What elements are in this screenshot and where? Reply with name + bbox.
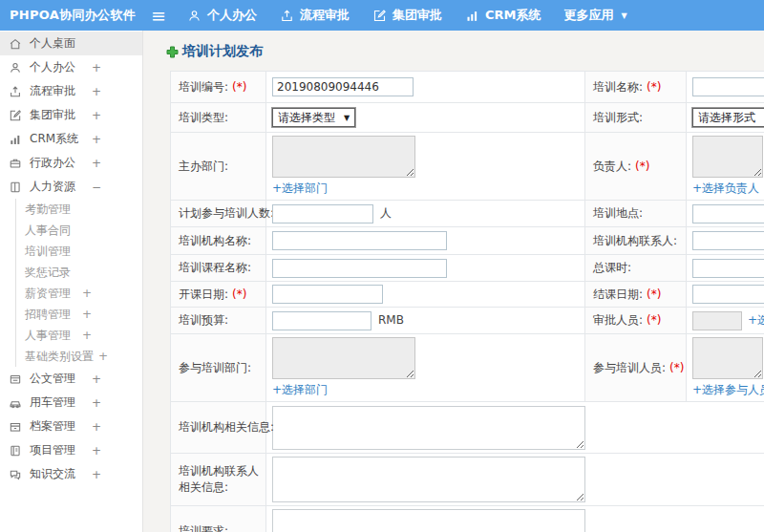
sidebar-item-label: 个人桌面 (30, 35, 75, 52)
user-icon (187, 9, 202, 23)
field-label: 负责人:(*) (585, 133, 687, 201)
required-mark: (*) (232, 80, 246, 94)
edit-icon (9, 109, 22, 122)
sidebar-sub-attendance[interactable]: 考勤管理 (16, 199, 142, 220)
topmenu-more-apps[interactable]: 更多应用 ▼ (563, 7, 626, 24)
required-mark: (*) (647, 80, 661, 94)
sidebar-item-knowledge[interactable]: 知识交流 + (0, 462, 142, 486)
planned-participants-input[interactable] (272, 204, 373, 223)
training-plan-form: 培训编号:(*) 培训名称:(*) 培训类型: 请选择类型▼ 培训形式: 请选择… (170, 71, 764, 532)
collapse-icon[interactable]: − (92, 181, 101, 194)
course-name-input[interactable] (272, 259, 447, 278)
sidebar-item-crm[interactable]: CRM系统 + (0, 127, 142, 151)
sidebar-item-label: CRM系统 (30, 131, 78, 147)
sidebar-sub-label: 考勤管理 (25, 202, 71, 218)
select-dept-link[interactable]: +选择部门 (272, 382, 328, 398)
org-contact-input[interactable] (692, 231, 764, 250)
select-dept-link[interactable]: +选择部门 (272, 181, 328, 197)
expand-icon[interactable]: + (82, 287, 92, 300)
sidebar-item-archives[interactable]: 档案管理 + (0, 415, 142, 438)
training-requirements-textarea[interactable] (272, 509, 585, 532)
topmenu-label: 个人办公 (207, 7, 257, 24)
topmenu-workflow-approval[interactable]: 流程审批 (280, 7, 350, 24)
end-date-input[interactable] (692, 285, 764, 304)
topmenu-crm[interactable]: CRM系统 (465, 7, 541, 24)
sidebar-sub-label: 培训管理 (25, 244, 71, 260)
add-icon (166, 46, 179, 58)
sidebar-sub-recruitment[interactable]: 招聘管理 + (16, 304, 142, 325)
field-label: 培训编号:(*) (171, 72, 266, 103)
sidebar-sub-personnel[interactable]: 人事管理 + (16, 325, 142, 346)
training-form-select[interactable]: 请选择形式▼ (692, 108, 764, 127)
sidebar-sub-rewards[interactable]: 奖惩记录 (16, 262, 142, 283)
select-participants-link[interactable]: +选择参与人员 (692, 382, 764, 398)
user-icon (9, 61, 22, 74)
sidebar-hr-subgroup: 考勤管理 人事合同 培训管理 奖惩记录 薪资管理 + 招聘管理 + 人事管理 + (15, 199, 142, 367)
field-label: 计划参与培训人数:(*) (171, 201, 266, 227)
participants-textarea[interactable] (692, 337, 763, 379)
expand-icon[interactable]: + (98, 350, 108, 363)
training-location-input[interactable] (692, 204, 764, 223)
total-hours-input[interactable] (692, 259, 764, 278)
budget-input[interactable] (272, 311, 371, 330)
topmenu-label: 流程审批 (300, 7, 350, 24)
sidebar-item-workflow-approval[interactable]: 流程审批 + (0, 79, 142, 103)
sidebar-item-vehicles[interactable]: 用车管理 + (0, 391, 142, 415)
expand-icon[interactable]: + (92, 61, 101, 74)
sidebar-item-label: 档案管理 (30, 418, 75, 435)
expand-icon[interactable]: + (82, 308, 92, 321)
leader-textarea[interactable] (692, 136, 763, 178)
expand-icon[interactable]: + (92, 85, 101, 98)
sidebar-item-desktop[interactable]: 个人桌面 (0, 32, 142, 55)
sidebar-item-documents[interactable]: 公文管理 + (0, 367, 142, 391)
sidebar-sub-label: 人事管理 (25, 328, 71, 344)
sidebar-sub-label: 薪资管理 (25, 286, 71, 302)
sidebar-item-personal-office[interactable]: 个人办公 + (0, 55, 142, 79)
upload-icon (9, 85, 22, 98)
topmenu-group-approval[interactable]: 集团审批 (372, 7, 442, 24)
sidebar-sub-label: 人事合同 (25, 223, 71, 239)
sidebar-item-label: 公文管理 (30, 371, 75, 387)
sidebar-item-label: 个人办公 (30, 59, 75, 75)
field-label: 参与培训人员:(*) (585, 334, 687, 402)
sidebar-sub-training[interactable]: 培训管理 (16, 241, 142, 262)
expand-icon[interactable]: + (92, 420, 101, 434)
org-name-input[interactable] (272, 231, 447, 250)
sidebar-sub-salary[interactable]: 薪资管理 + (16, 283, 142, 304)
org-contact-info-textarea[interactable] (272, 457, 585, 502)
host-dept-textarea[interactable] (272, 136, 415, 178)
expand-icon[interactable]: + (92, 468, 101, 481)
expand-icon[interactable]: + (92, 133, 101, 146)
start-date-input[interactable] (272, 285, 383, 304)
expand-icon[interactable]: + (92, 109, 101, 122)
org-info-textarea[interactable] (272, 406, 585, 450)
field-label: 培训类型: (171, 103, 266, 133)
sidebar-item-group-approval[interactable]: 集团审批 + (0, 103, 142, 127)
sidebar-item-admin-office[interactable]: 行政办公 + (0, 151, 142, 175)
field-label: 审批人员:(*) (585, 308, 687, 334)
expand-icon[interactable]: + (82, 329, 92, 342)
car-icon (9, 396, 22, 410)
sidebar-sub-base-category[interactable]: 基础类别设置 + (16, 346, 142, 367)
expand-icon[interactable]: + (92, 372, 101, 386)
field-label: 培训机构联系人相关信息: (171, 454, 266, 506)
select-leader-link[interactable]: +选择负责人 (692, 181, 759, 197)
field-label: 培训机构相关信息: (171, 402, 266, 454)
topmenu-personal-office[interactable]: 个人办公 (187, 7, 257, 24)
training-name-input[interactable] (692, 77, 764, 96)
participating-dept-textarea[interactable] (272, 337, 415, 379)
select-approver-link[interactable]: +选择审批人员 (748, 313, 764, 327)
expand-icon[interactable]: + (92, 396, 101, 410)
expand-icon[interactable]: + (92, 157, 101, 170)
expand-icon[interactable]: + (92, 444, 101, 458)
approver-input[interactable] (692, 311, 742, 330)
sidebar-sub-hr-contract[interactable]: 人事合同 (16, 220, 142, 241)
sidebar-item-label: 人力资源 (30, 179, 75, 195)
field-label: 结课日期:(*) (585, 282, 687, 308)
sidebar-item-hr[interactable]: 人力资源 − (0, 175, 142, 199)
training-no-input[interactable] (272, 77, 414, 96)
topmenu-label: 集团审批 (393, 7, 442, 24)
training-type-select[interactable]: 请选择类型▼ (272, 108, 355, 127)
hamburger-menu-icon[interactable]: ≡ (151, 7, 166, 25)
sidebar-item-projects[interactable]: 项目管理 + (0, 438, 142, 462)
